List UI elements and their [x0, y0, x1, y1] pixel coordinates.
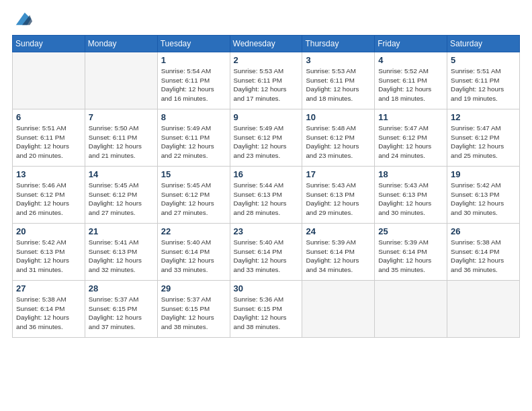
calendar-cell: 19Sunrise: 5:42 AM Sunset: 6:13 PM Dayli… — [447, 167, 520, 224]
calendar-cell: 7Sunrise: 5:50 AM Sunset: 6:11 PM Daylig… — [85, 109, 157, 167]
calendar-cell: 21Sunrise: 5:41 AM Sunset: 6:13 PM Dayli… — [85, 224, 157, 281]
day-info: Sunrise: 5:39 AM Sunset: 6:14 PM Dayligh… — [378, 238, 443, 275]
day-info: Sunrise: 5:52 AM Sunset: 6:11 PM Dayligh… — [378, 66, 443, 103]
day-info: Sunrise: 5:45 AM Sunset: 6:12 PM Dayligh… — [161, 181, 226, 218]
day-info: Sunrise: 5:47 AM Sunset: 6:12 PM Dayligh… — [378, 124, 443, 161]
calendar-cell: 20Sunrise: 5:42 AM Sunset: 6:13 PM Dayli… — [13, 224, 85, 281]
day-number: 11 — [378, 112, 443, 122]
calendar-cell — [447, 281, 520, 338]
calendar-cell: 12Sunrise: 5:47 AM Sunset: 6:12 PM Dayli… — [447, 109, 520, 167]
day-number: 9 — [234, 112, 299, 122]
day-of-week-header: Wednesday — [230, 36, 302, 52]
calendar-cell: 22Sunrise: 5:40 AM Sunset: 6:14 PM Dayli… — [157, 224, 230, 281]
logo-icon — [13, 9, 32, 28]
day-number: 30 — [234, 283, 299, 293]
calendar-cell: 15Sunrise: 5:45 AM Sunset: 6:12 PM Dayli… — [157, 167, 230, 224]
calendar-cell — [302, 281, 375, 338]
calendar-week-row: 1Sunrise: 5:54 AM Sunset: 6:11 PM Daylig… — [13, 52, 520, 109]
day-info: Sunrise: 5:39 AM Sunset: 6:14 PM Dayligh… — [306, 238, 371, 275]
day-info: Sunrise: 5:48 AM Sunset: 6:12 PM Dayligh… — [306, 124, 371, 161]
page: SundayMondayTuesdayWednesdayThursdayFrid… — [0, 0, 532, 411]
calendar-cell: 18Sunrise: 5:43 AM Sunset: 6:13 PM Dayli… — [375, 167, 447, 224]
day-info: Sunrise: 5:53 AM Sunset: 6:11 PM Dayligh… — [306, 66, 371, 103]
calendar-cell: 4Sunrise: 5:52 AM Sunset: 6:11 PM Daylig… — [375, 52, 447, 109]
day-info: Sunrise: 5:51 AM Sunset: 6:11 PM Dayligh… — [451, 66, 516, 103]
calendar-week-row: 20Sunrise: 5:42 AM Sunset: 6:13 PM Dayli… — [13, 224, 520, 281]
day-info: Sunrise: 5:40 AM Sunset: 6:14 PM Dayligh… — [161, 238, 226, 275]
day-info: Sunrise: 5:54 AM Sunset: 6:11 PM Dayligh… — [161, 66, 226, 103]
calendar-cell: 16Sunrise: 5:44 AM Sunset: 6:13 PM Dayli… — [230, 167, 302, 224]
day-info: Sunrise: 5:38 AM Sunset: 6:14 PM Dayligh… — [451, 238, 516, 275]
day-number: 28 — [89, 283, 154, 293]
day-number: 10 — [306, 112, 371, 122]
day-info: Sunrise: 5:42 AM Sunset: 6:13 PM Dayligh… — [16, 238, 81, 275]
calendar-cell: 2Sunrise: 5:53 AM Sunset: 6:11 PM Daylig… — [230, 52, 302, 109]
day-number: 26 — [451, 226, 516, 236]
day-number: 29 — [161, 283, 226, 293]
day-info: Sunrise: 5:37 AM Sunset: 6:15 PM Dayligh… — [161, 295, 226, 332]
calendar-cell: 9Sunrise: 5:49 AM Sunset: 6:12 PM Daylig… — [230, 109, 302, 167]
calendar-cell: 26Sunrise: 5:38 AM Sunset: 6:14 PM Dayli… — [447, 224, 520, 281]
calendar-cell — [85, 52, 157, 109]
day-number: 13 — [16, 169, 81, 179]
day-info: Sunrise: 5:51 AM Sunset: 6:11 PM Dayligh… — [16, 124, 81, 161]
day-number: 4 — [378, 55, 443, 65]
day-info: Sunrise: 5:46 AM Sunset: 6:12 PM Dayligh… — [16, 181, 81, 218]
calendar-cell: 27Sunrise: 5:38 AM Sunset: 6:14 PM Dayli… — [13, 281, 85, 338]
day-number: 15 — [161, 169, 226, 179]
day-number: 21 — [89, 226, 154, 236]
day-number: 27 — [16, 283, 81, 293]
day-number: 3 — [306, 55, 371, 65]
day-of-week-header: Friday — [375, 36, 447, 52]
calendar-cell: 10Sunrise: 5:48 AM Sunset: 6:12 PM Dayli… — [302, 109, 375, 167]
day-number: 18 — [378, 169, 443, 179]
day-number: 8 — [161, 112, 226, 122]
calendar-week-row: 27Sunrise: 5:38 AM Sunset: 6:14 PM Dayli… — [13, 281, 520, 338]
day-info: Sunrise: 5:45 AM Sunset: 6:12 PM Dayligh… — [89, 181, 154, 218]
day-number: 25 — [378, 226, 443, 236]
calendar-cell: 28Sunrise: 5:37 AM Sunset: 6:15 PM Dayli… — [85, 281, 157, 338]
day-of-week-header: Thursday — [302, 36, 375, 52]
day-info: Sunrise: 5:36 AM Sunset: 6:15 PM Dayligh… — [234, 295, 299, 332]
day-info: Sunrise: 5:38 AM Sunset: 6:14 PM Dayligh… — [16, 295, 81, 332]
day-of-week-header: Sunday — [13, 36, 85, 52]
calendar-cell: 8Sunrise: 5:49 AM Sunset: 6:11 PM Daylig… — [157, 109, 230, 167]
day-number: 16 — [234, 169, 299, 179]
calendar-cell: 17Sunrise: 5:43 AM Sunset: 6:13 PM Dayli… — [302, 167, 375, 224]
day-number: 5 — [451, 55, 516, 65]
logo — [12, 12, 32, 28]
calendar-cell: 30Sunrise: 5:36 AM Sunset: 6:15 PM Dayli… — [230, 281, 302, 338]
calendar-cell: 29Sunrise: 5:37 AM Sunset: 6:15 PM Dayli… — [157, 281, 230, 338]
calendar-cell: 1Sunrise: 5:54 AM Sunset: 6:11 PM Daylig… — [157, 52, 230, 109]
day-info: Sunrise: 5:49 AM Sunset: 6:12 PM Dayligh… — [234, 124, 299, 161]
day-info: Sunrise: 5:40 AM Sunset: 6:14 PM Dayligh… — [234, 238, 299, 275]
day-number: 2 — [234, 55, 299, 65]
day-info: Sunrise: 5:43 AM Sunset: 6:13 PM Dayligh… — [306, 181, 371, 218]
day-number: 7 — [89, 112, 154, 122]
calendar-cell: 23Sunrise: 5:40 AM Sunset: 6:14 PM Dayli… — [230, 224, 302, 281]
day-info: Sunrise: 5:49 AM Sunset: 6:11 PM Dayligh… — [161, 124, 226, 161]
calendar-cell: 11Sunrise: 5:47 AM Sunset: 6:12 PM Dayli… — [375, 109, 447, 167]
day-number: 23 — [234, 226, 299, 236]
day-info: Sunrise: 5:43 AM Sunset: 6:13 PM Dayligh… — [378, 181, 443, 218]
day-of-week-header: Saturday — [447, 36, 520, 52]
day-info: Sunrise: 5:47 AM Sunset: 6:12 PM Dayligh… — [451, 124, 516, 161]
day-of-week-header: Monday — [85, 36, 157, 52]
day-number: 20 — [16, 226, 81, 236]
day-number: 14 — [89, 169, 154, 179]
calendar-week-row: 6Sunrise: 5:51 AM Sunset: 6:11 PM Daylig… — [13, 109, 520, 167]
day-info: Sunrise: 5:37 AM Sunset: 6:15 PM Dayligh… — [89, 295, 154, 332]
day-info: Sunrise: 5:42 AM Sunset: 6:13 PM Dayligh… — [451, 181, 516, 218]
day-number: 1 — [161, 55, 226, 65]
header — [12, 12, 520, 28]
calendar-cell: 13Sunrise: 5:46 AM Sunset: 6:12 PM Dayli… — [13, 167, 85, 224]
day-number: 19 — [451, 169, 516, 179]
calendar-cell: 3Sunrise: 5:53 AM Sunset: 6:11 PM Daylig… — [302, 52, 375, 109]
calendar-cell: 14Sunrise: 5:45 AM Sunset: 6:12 PM Dayli… — [85, 167, 157, 224]
day-number: 24 — [306, 226, 371, 236]
day-info: Sunrise: 5:53 AM Sunset: 6:11 PM Dayligh… — [234, 66, 299, 103]
calendar-cell: 24Sunrise: 5:39 AM Sunset: 6:14 PM Dayli… — [302, 224, 375, 281]
day-number: 22 — [161, 226, 226, 236]
calendar-header-row: SundayMondayTuesdayWednesdayThursdayFrid… — [13, 36, 520, 52]
calendar-cell — [375, 281, 447, 338]
